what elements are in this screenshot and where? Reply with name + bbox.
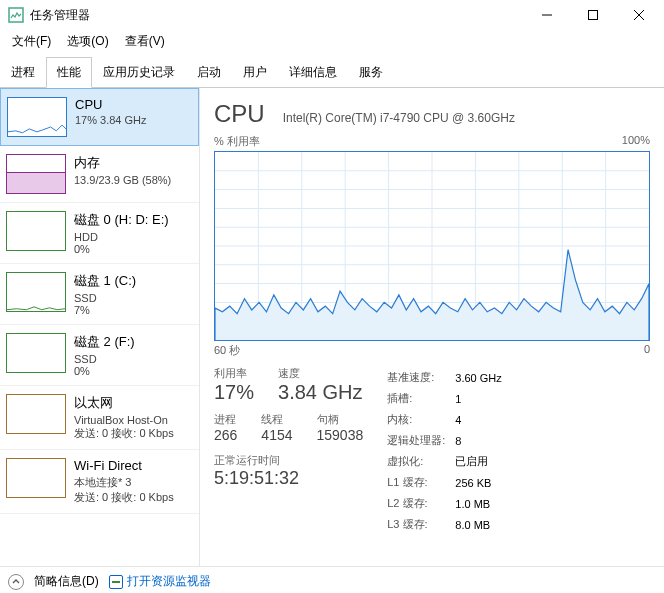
spec-key: L3 缓存: xyxy=(387,515,453,534)
sidebar-cpu-title: CPU xyxy=(75,97,147,112)
spec-row: 逻辑处理器:8 xyxy=(387,431,510,450)
close-button[interactable] xyxy=(616,0,662,30)
spec-key: 插槽: xyxy=(387,389,453,408)
cpu-thumb xyxy=(7,97,67,137)
disk2-thumb xyxy=(6,333,66,373)
sidebar-disk2-sub2: 0% xyxy=(74,365,135,377)
sidebar-item-disk1[interactable]: 磁盘 1 (C:) SSD 7% xyxy=(0,264,199,325)
open-resmon-link[interactable]: 打开资源监视器 xyxy=(109,573,211,590)
chevron-up-icon[interactable] xyxy=(8,574,24,590)
sidebar-eth-title: 以太网 xyxy=(74,394,174,412)
sidebar-item-cpu[interactable]: CPU 17% 3.84 GHz xyxy=(0,88,199,146)
menu-options[interactable]: 选项(O) xyxy=(61,31,114,52)
spec-row: L1 缓存:256 KB xyxy=(387,473,510,492)
spec-key: L2 缓存: xyxy=(387,494,453,513)
sidebar-item-memory[interactable]: 内存 13.9/23.9 GB (58%) xyxy=(0,146,199,203)
sidebar-mem-sub: 13.9/23.9 GB (58%) xyxy=(74,174,171,186)
spec-key: 内核: xyxy=(387,410,453,429)
spec-val: 8 xyxy=(455,431,509,450)
wifi-thumb xyxy=(6,458,66,498)
handle-value: 159038 xyxy=(317,427,364,443)
sidebar-item-wifi[interactable]: Wi-Fi Direct 本地连接* 3 发送: 0 接收: 0 Kbps xyxy=(0,450,199,514)
thread-label: 线程 xyxy=(261,412,292,427)
spec-row: 虚拟化:已启用 xyxy=(387,452,510,471)
tab-performance[interactable]: 性能 xyxy=(46,57,92,88)
tab-services[interactable]: 服务 xyxy=(348,57,394,88)
brief-info-link[interactable]: 简略信息(D) xyxy=(34,573,99,590)
spec-key: 虚拟化: xyxy=(387,452,453,471)
spec-key: 逻辑处理器: xyxy=(387,431,453,450)
cpu-spec-table: 基准速度:3.60 GHz插槽:1内核:4逻辑处理器:8虚拟化:已启用L1 缓存… xyxy=(385,366,512,536)
tab-processes[interactable]: 进程 xyxy=(0,57,46,88)
util-label: 利用率 xyxy=(214,366,254,381)
util-value: 17% xyxy=(214,381,254,404)
uptime-value: 5:19:51:32 xyxy=(214,468,363,489)
tab-startup[interactable]: 启动 xyxy=(186,57,232,88)
open-resmon-label: 打开资源监视器 xyxy=(127,573,211,590)
spec-row: 内核:4 xyxy=(387,410,510,429)
spec-val: 8.0 MB xyxy=(455,515,509,534)
menu-view[interactable]: 查看(V) xyxy=(119,31,171,52)
spec-val: 1 xyxy=(455,389,509,408)
sidebar-eth-sub1: VirtualBox Host-On xyxy=(74,414,174,426)
chart-label-br: 0 xyxy=(644,343,650,358)
proc-label: 进程 xyxy=(214,412,237,427)
menu-file[interactable]: 文件(F) xyxy=(6,31,57,52)
sidebar-cpu-sub: 17% 3.84 GHz xyxy=(75,114,147,126)
sidebar-disk1-title: 磁盘 1 (C:) xyxy=(74,272,136,290)
chart-label-tr: 100% xyxy=(622,134,650,149)
spec-val: 3.60 GHz xyxy=(455,368,509,387)
sidebar-disk1-sub2: 7% xyxy=(74,304,136,316)
spec-val: 1.0 MB xyxy=(455,494,509,513)
sidebar-wifi-sub2: 发送: 0 接收: 0 Kbps xyxy=(74,490,174,505)
spec-key: 基准速度: xyxy=(387,368,453,387)
speed-value: 3.84 GHz xyxy=(278,381,362,404)
handle-label: 句柄 xyxy=(317,412,364,427)
thread-value: 4154 xyxy=(261,427,292,443)
sidebar-item-disk2[interactable]: 磁盘 2 (F:) SSD 0% xyxy=(0,325,199,386)
page-title: CPU xyxy=(214,100,265,128)
sidebar-wifi-sub1: 本地连接* 3 xyxy=(74,475,174,490)
window-title: 任务管理器 xyxy=(30,7,524,24)
spec-val: 已启用 xyxy=(455,452,509,471)
spec-row: L2 缓存:1.0 MB xyxy=(387,494,510,513)
svg-rect-2 xyxy=(589,11,598,20)
uptime-label: 正常运行时间 xyxy=(214,453,363,468)
spec-row: 插槽:1 xyxy=(387,389,510,408)
speed-label: 速度 xyxy=(278,366,362,381)
sidebar-eth-sub2: 发送: 0 接收: 0 Kbps xyxy=(74,426,174,441)
sidebar-disk0-sub2: 0% xyxy=(74,243,169,255)
sidebar-item-ethernet[interactable]: 以太网 VirtualBox Host-On 发送: 0 接收: 0 Kbps xyxy=(0,386,199,450)
spec-key: L1 缓存: xyxy=(387,473,453,492)
sidebar: CPU 17% 3.84 GHz 内存 13.9/23.9 GB (58%) 磁… xyxy=(0,88,200,566)
spec-row: L3 缓存:8.0 MB xyxy=(387,515,510,534)
sidebar-disk0-title: 磁盘 0 (H: D: E:) xyxy=(74,211,169,229)
app-icon xyxy=(8,7,24,23)
sidebar-disk1-sub1: SSD xyxy=(74,292,136,304)
proc-value: 266 xyxy=(214,427,237,443)
sidebar-disk2-sub1: SSD xyxy=(74,353,135,365)
tab-users[interactable]: 用户 xyxy=(232,57,278,88)
spec-val: 4 xyxy=(455,410,509,429)
chart-label-bl: 60 秒 xyxy=(214,343,240,358)
disk1-thumb xyxy=(6,272,66,312)
sidebar-wifi-title: Wi-Fi Direct xyxy=(74,458,174,473)
sidebar-disk0-sub1: HDD xyxy=(74,231,169,243)
minimize-button[interactable] xyxy=(524,0,570,30)
cpu-chart xyxy=(214,151,650,341)
spec-row: 基准速度:3.60 GHz xyxy=(387,368,510,387)
spec-val: 256 KB xyxy=(455,473,509,492)
memory-thumb xyxy=(6,154,66,194)
cpu-model: Intel(R) Core(TM) i7-4790 CPU @ 3.60GHz xyxy=(283,111,515,125)
tab-app-history[interactable]: 应用历史记录 xyxy=(92,57,186,88)
maximize-button[interactable] xyxy=(570,0,616,30)
eth-thumb xyxy=(6,394,66,434)
disk0-thumb xyxy=(6,211,66,251)
chart-label-tl: % 利用率 xyxy=(214,134,260,149)
tab-details[interactable]: 详细信息 xyxy=(278,57,348,88)
sidebar-item-disk0[interactable]: 磁盘 0 (H: D: E:) HDD 0% xyxy=(0,203,199,264)
sidebar-mem-title: 内存 xyxy=(74,154,171,172)
sidebar-disk2-title: 磁盘 2 (F:) xyxy=(74,333,135,351)
resmon-icon xyxy=(109,575,123,589)
